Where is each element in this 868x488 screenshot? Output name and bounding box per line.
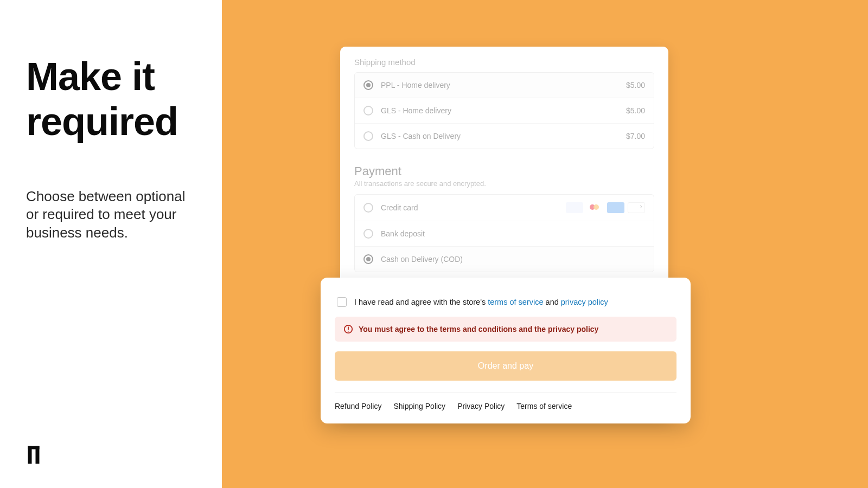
shipping-option[interactable]: GLS - Home delivery $5.00 <box>355 98 654 123</box>
consent-card: I have read and agree with the store's t… <box>321 278 691 423</box>
order-button[interactable]: Order and pay <box>335 351 676 381</box>
shipping-options: PPL - Home delivery $5.00 GLS - Home del… <box>354 72 654 149</box>
privacy-link[interactable]: privacy policy <box>561 298 608 306</box>
shipping-option-label: GLS - Home delivery <box>381 106 626 115</box>
shipping-title: Shipping method <box>354 57 654 67</box>
footer-link[interactable]: Privacy Policy <box>457 402 505 410</box>
svg-point-2 <box>348 331 348 331</box>
radio-icon <box>363 229 373 239</box>
payment-option-label: Bank deposit <box>381 229 645 238</box>
payment-option-label: Cash on Delivery (COD) <box>381 255 645 264</box>
footer-link[interactable]: Shipping Policy <box>393 402 445 410</box>
payment-option[interactable]: Credit card <box>355 195 654 221</box>
consent-row: I have read and agree with the store's t… <box>335 297 676 307</box>
mastercard-icon <box>586 202 604 213</box>
shipping-option-label: GLS - Cash on Delivery <box>381 132 626 140</box>
alert-icon <box>343 324 353 334</box>
consent-text: I have read and agree with the store's t… <box>354 298 608 306</box>
preview-panel: Shipping method PPL - Home delivery $5.0… <box>222 0 868 488</box>
radio-icon <box>363 254 373 264</box>
shipping-option[interactable]: GLS - Cash on Delivery $7.00 <box>355 123 654 149</box>
radio-icon <box>363 203 373 213</box>
consent-text-part: I have read and agree with the store's <box>354 298 488 306</box>
error-text: You must agree to the terms and conditio… <box>359 325 598 333</box>
more-cards-icon <box>628 202 645 213</box>
visa-icon <box>566 202 583 213</box>
policy-links: Refund Policy Shipping Policy Privacy Po… <box>335 393 676 410</box>
radio-icon <box>363 106 373 115</box>
footer-link[interactable]: Terms of service <box>516 402 572 410</box>
shipping-option-label: PPL - Home delivery <box>381 81 626 89</box>
payment-option-label: Credit card <box>381 203 566 212</box>
shipping-option-price: $7.00 <box>626 132 645 140</box>
radio-icon <box>363 131 373 141</box>
brand-logo <box>26 446 41 466</box>
footer-link[interactable]: Refund Policy <box>335 402 381 410</box>
shipping-option[interactable]: PPL - Home delivery $5.00 <box>355 73 654 98</box>
payment-options: Credit card Bank deposit Cash on Deliver… <box>354 194 654 272</box>
payment-option[interactable]: Bank deposit <box>355 221 654 246</box>
subheadline: Choose between optional or required to m… <box>26 188 196 242</box>
payment-title: Payment <box>354 164 654 178</box>
amex-icon <box>607 202 624 213</box>
terms-link[interactable]: terms of service <box>488 298 543 306</box>
payment-option[interactable]: Cash on Delivery (COD) <box>355 246 654 272</box>
payment-note: All transactions are secure and encrypte… <box>354 179 654 188</box>
radio-icon <box>363 80 373 90</box>
marketing-panel: Make it required Choose between optional… <box>0 0 222 488</box>
headline: Make it required <box>26 54 196 144</box>
shipping-option-price: $5.00 <box>626 106 645 115</box>
card-logos <box>566 202 645 213</box>
consent-checkbox[interactable] <box>337 297 347 307</box>
error-banner: You must agree to the terms and conditio… <box>335 317 676 342</box>
shipping-option-price: $5.00 <box>626 81 645 89</box>
consent-text-part: and <box>544 298 561 306</box>
